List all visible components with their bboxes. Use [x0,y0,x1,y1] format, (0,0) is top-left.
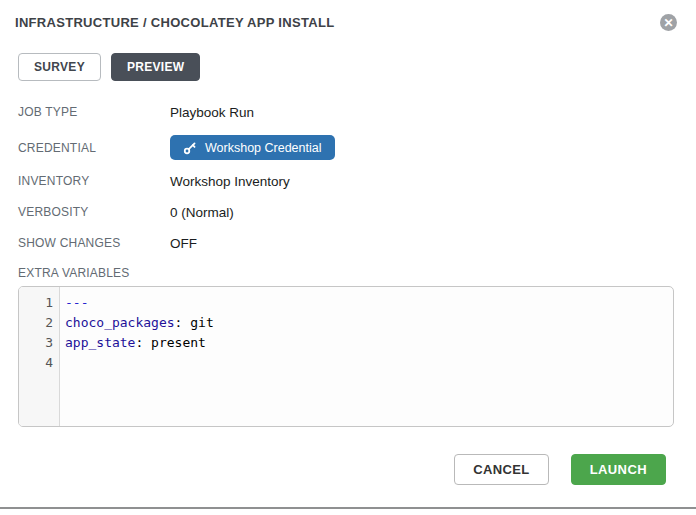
code-line: --- [65,293,673,313]
cancel-button[interactable]: CANCEL [454,454,549,485]
line-number: 3 [19,333,59,353]
detail-row-show-changes: SHOW CHANGES OFF [18,235,681,251]
inventory-label: INVENTORY [18,174,170,188]
key-icon [183,141,197,155]
code-line: choco_packages: git [65,313,673,333]
show-changes-label: SHOW CHANGES [18,236,170,250]
modal-header: INFRASTRUCTURE / CHOCOLATEY APP INSTALL … [15,14,681,31]
line-number: 1 [19,293,59,313]
job-details: JOB TYPE Playbook Run CREDENTIAL Worksho… [18,104,681,251]
detail-row-credential: CREDENTIAL Workshop Credential [18,135,681,160]
extra-variables-label: EXTRA VARIABLES [18,266,681,280]
verbosity-label: VERBOSITY [18,205,170,219]
line-number: 4 [19,353,59,373]
credential-tag-label: Workshop Credential [205,141,322,155]
line-number: 2 [19,313,59,333]
credential-tag[interactable]: Workshop Credential [170,135,335,160]
code-line: app_state: present [65,333,673,353]
page-edge-divider [0,507,696,509]
extra-variables-editor[interactable]: 1 2 3 4 ---choco_packages: gitapp_state:… [18,286,674,427]
detail-row-inventory: INVENTORY Workshop Inventory [18,173,681,189]
inventory-value: Workshop Inventory [170,174,290,189]
verbosity-value: 0 (Normal) [170,205,234,220]
tab-preview[interactable]: PREVIEW [111,53,200,81]
show-changes-value: OFF [170,236,197,251]
modal-title: INFRASTRUCTURE / CHOCOLATEY APP INSTALL [15,14,334,31]
code-line [65,353,673,373]
job-type-value: Playbook Run [170,105,254,120]
detail-row-verbosity: VERBOSITY 0 (Normal) [18,204,681,220]
tab-bar: SURVEY PREVIEW [18,53,681,81]
launch-button[interactable]: LAUNCH [571,454,666,485]
tab-survey[interactable]: SURVEY [18,53,101,81]
job-launch-preview-modal: INFRASTRUCTURE / CHOCOLATEY APP INSTALL … [0,0,696,485]
editor-line-numbers: 1 2 3 4 [19,287,60,426]
modal-footer: CANCEL LAUNCH [15,454,681,485]
detail-row-job-type: JOB TYPE Playbook Run [18,104,681,120]
editor-code-area[interactable]: ---choco_packages: gitapp_state: present [60,287,673,426]
job-type-label: JOB TYPE [18,105,170,119]
close-icon[interactable]: ✕ [660,14,677,31]
credential-label: CREDENTIAL [18,141,170,155]
